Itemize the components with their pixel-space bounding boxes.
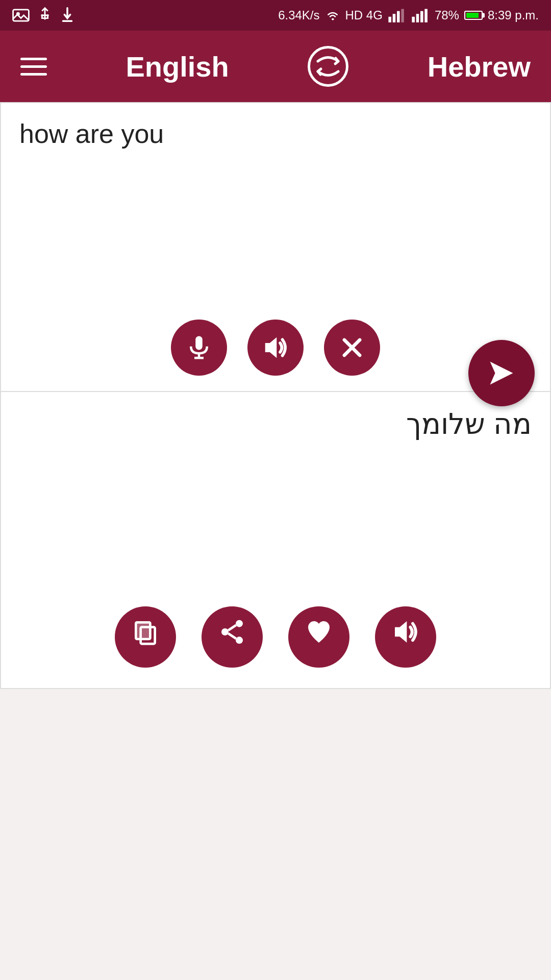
clear-icon [339,334,365,361]
svg-point-22 [236,620,243,627]
favorite-button[interactable] [288,606,349,668]
battery-percent: 78% [435,8,459,22]
share-icon [218,618,246,646]
svg-rect-0 [13,10,29,21]
image-icon [12,8,30,22]
heart-icon [305,618,333,646]
speaker-translation-icon [391,618,420,646]
bottom-area [0,689,551,893]
svg-rect-5 [393,14,396,22]
swap-languages-button[interactable] [308,46,348,87]
svg-rect-8 [412,17,415,22]
copy-button[interactable] [115,606,176,668]
wifi-icon [325,9,340,22]
svg-rect-6 [397,11,400,22]
main-content: מה שלומך [0,102,551,689]
translation-controls [1,596,550,688]
speaker-icon [262,334,289,361]
svg-rect-4 [388,17,391,22]
speak-translation-button[interactable] [375,606,436,668]
target-language-label[interactable]: Hebrew [428,50,531,83]
status-right: 6.34K/s HD 4G 78% 8:39 p.m. [278,8,539,22]
network-text: HD 4G [345,8,383,22]
svg-rect-9 [416,14,419,22]
share-button[interactable] [202,606,263,668]
source-language-label[interactable]: English [126,50,229,83]
clear-text-button[interactable] [324,320,380,376]
status-bar: 6.34K/s HD 4G 78% 8:39 p.m. [0,0,551,31]
speak-source-button[interactable] [247,320,304,376]
menu-button[interactable] [20,58,47,76]
svg-point-24 [236,636,243,644]
translation-text: מה שלומך [1,392,550,596]
translate-button[interactable] [468,340,535,406]
signal-icon [388,8,406,22]
signal-icon-2 [411,8,430,22]
microphone-button[interactable] [171,320,227,376]
svg-marker-18 [490,362,513,385]
svg-rect-11 [424,9,428,22]
usb-icon [38,7,52,24]
copy-icon [131,618,160,646]
translation-panel: מה שלומך [0,392,551,689]
svg-line-25 [228,625,236,630]
svg-marker-27 [395,621,407,643]
svg-marker-15 [265,337,277,358]
send-icon [486,358,517,388]
download-icon [60,7,74,24]
swap-icon [313,51,343,82]
source-panel [0,102,551,392]
svg-line-26 [228,633,236,639]
time-text: 8:39 p.m. [488,8,539,22]
svg-rect-10 [420,11,423,22]
status-icons [12,7,74,24]
svg-rect-20 [136,622,150,639]
microphone-icon [185,334,213,361]
battery-icon [464,11,483,20]
svg-point-2 [41,14,43,16]
app-header: English Hebrew [0,31,551,102]
source-controls [1,309,550,391]
source-text-input[interactable] [1,103,550,307]
svg-rect-12 [195,336,203,350]
svg-rect-7 [401,9,404,22]
svg-point-23 [221,628,229,635]
speed-text: 6.34K/s [278,8,319,22]
svg-point-3 [47,14,49,16]
